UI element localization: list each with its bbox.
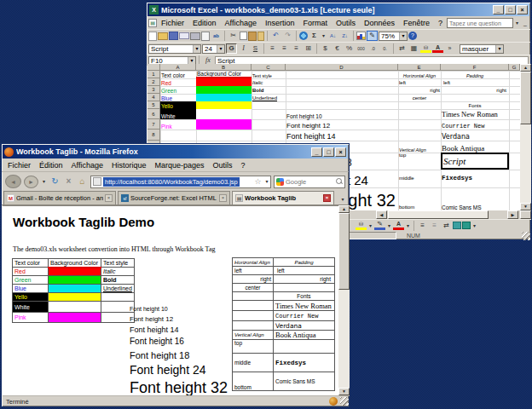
col-header-b[interactable]: B (196, 64, 252, 71)
tab-gmail[interactable]: M Gmail - Boîte de réception - anw... × (3, 191, 116, 204)
cell-b5[interactable] (196, 101, 252, 109)
cell-f11[interactable]: Fixedsys (441, 170, 509, 187)
vscroll-thumb[interactable] (520, 72, 531, 124)
scroll-up-icon[interactable]: ▲ (520, 64, 531, 72)
font-size-dropdown-icon[interactable]: ▾ (217, 45, 224, 53)
save-icon[interactable] (169, 32, 178, 40)
scroll-down-icon[interactable]: ▼ (338, 388, 350, 395)
cell-b2[interactable] (196, 78, 252, 86)
menu-edition[interactable]: Edition (188, 18, 221, 28)
cell-b3[interactable] (196, 86, 252, 94)
print-preview-icon[interactable] (201, 32, 210, 41)
draw-fill-icon[interactable]: ⛁ (356, 222, 367, 230)
thousands-icon[interactable]: 000 (356, 43, 367, 54)
url-text[interactable]: http://localhost:8080/WorkbookTag/demo03… (103, 177, 240, 187)
font-name-combo[interactable]: Script ▾ (148, 44, 201, 54)
align-right-icon[interactable]: ≡ (291, 43, 302, 54)
cell-f10-selected[interactable]: Script (441, 153, 509, 170)
line-style-icon[interactable]: ≡ (417, 221, 428, 231)
url-bar[interactable]: http://localhost:8080/WorkbookTag/demo03… (90, 176, 271, 188)
search-bar[interactable] (274, 176, 345, 188)
zoom-combo[interactable]: 75% ▾ (379, 32, 408, 41)
italic-button[interactable]: I (238, 43, 249, 54)
percent-icon[interactable]: % (344, 43, 355, 54)
excel-titlebar[interactable]: X Microsoft Excel - workbooks_demo03-1.x… (147, 3, 529, 16)
cell-f7[interactable]: Courrier New (441, 119, 509, 130)
font-color-icon[interactable]: A (432, 44, 443, 53)
menu-outils[interactable]: Outils (209, 160, 237, 170)
draw-fontcolor-icon[interactable]: A (393, 222, 404, 230)
status-addon-icon[interactable] (329, 397, 338, 406)
menu-fichier[interactable]: Fichier (157, 18, 188, 28)
question-dropdown-icon[interactable]: ▾ (513, 18, 521, 28)
cell-c3[interactable]: Bold (252, 86, 286, 94)
excel-resize-grip[interactable] (522, 232, 530, 240)
row-header-2[interactable]: 2 (147, 78, 160, 86)
sort-desc-icon[interactable]: Z↓ (339, 31, 350, 41)
vscroll-thumb[interactable] (338, 213, 350, 290)
shape-3d-icon[interactable] (462, 222, 471, 229)
cell-c2[interactable]: Italic (252, 78, 286, 86)
tab-sourceforge[interactable]: sf SourceForge.net: Excel HTML E... × (118, 191, 230, 204)
minimize-button[interactable]: _ (493, 5, 504, 14)
borders-icon[interactable]: ▦ (408, 43, 419, 54)
arrow-style-icon[interactable]: ⇄ (441, 221, 452, 231)
zoom-dropdown-icon[interactable]: ▾ (399, 32, 407, 40)
redo-icon[interactable]: ↷ (282, 31, 293, 41)
menu-historique[interactable]: Historique (107, 160, 151, 170)
home-icon[interactable]: ⌂ (77, 176, 88, 187)
cell-c4[interactable]: Underlined (252, 94, 286, 101)
menu-affichage[interactable]: Affichage (67, 160, 107, 170)
tab-close-icon[interactable]: × (219, 194, 227, 202)
select-all-corner[interactable] (147, 64, 160, 71)
align-center-icon[interactable]: ≡ (279, 43, 290, 54)
cell-a7[interactable]: Pink (160, 119, 196, 130)
print-icon[interactable] (190, 32, 200, 40)
menu-format[interactable]: Format (298, 18, 332, 28)
masquer-dropdown-icon[interactable]: ▾ (495, 45, 503, 53)
cell-f5[interactable]: Fonts (441, 101, 509, 109)
scroll-up-icon[interactable]: ▲ (338, 205, 350, 213)
row-header-4[interactable]: 4 (147, 94, 160, 101)
url-dropdown-icon[interactable]: ▾ (263, 176, 270, 187)
col-header-g[interactable]: G (509, 64, 520, 71)
col-header-e[interactable]: E (398, 64, 441, 71)
cell-c1[interactable]: Text style (252, 71, 286, 78)
euro-icon[interactable]: € (332, 43, 343, 54)
cell-f8[interactable]: Verdana (441, 130, 509, 141)
scroll-right-icon[interactable]: ▶ (507, 210, 518, 219)
currency-icon[interactable]: $ (320, 43, 331, 54)
firefox-vscrollbar[interactable]: ▲ ▼ (338, 205, 350, 395)
chart-wizard-icon[interactable] (356, 32, 366, 40)
cell-f9[interactable]: Book Antiqua (441, 141, 509, 153)
cell-e1[interactable]: Horizontal Align (398, 71, 441, 78)
col-header-a[interactable]: A (160, 64, 196, 71)
history-dropdown-icon[interactable]: ▾ (41, 176, 47, 187)
draw-fill-dropdown-icon[interactable]: ▾ (367, 221, 373, 231)
maximize-button[interactable]: □ (323, 147, 334, 157)
cell-a4[interactable]: Blue (160, 94, 196, 101)
menu-fichier[interactable]: Fichier (3, 160, 35, 170)
spelling-icon[interactable]: ab (211, 31, 222, 41)
shape-fill-icon[interactable] (453, 222, 461, 229)
tab-close-icon[interactable]: × (323, 194, 331, 202)
underline-button[interactable]: S (250, 43, 261, 54)
scroll-left-icon[interactable]: ◀ (376, 210, 387, 219)
col-header-c[interactable]: C (252, 64, 286, 71)
firefox-titlebar[interactable]: Workbook Taglib - Mozilla Firefox _ □ × (3, 145, 348, 158)
more-buttons-icon[interactable]: » (444, 43, 455, 54)
hscroll-thumb[interactable] (388, 210, 489, 219)
merge-center-icon[interactable]: ⊞ (303, 43, 314, 54)
font-name-dropdown-icon[interactable]: ▾ (193, 45, 200, 53)
draw-brush-icon[interactable]: ✎ (374, 222, 385, 230)
mail-icon[interactable] (179, 32, 189, 39)
sort-asc-icon[interactable]: A↓ (327, 31, 338, 41)
cell-a1[interactable]: Text color (160, 71, 196, 78)
restore-button[interactable]: □ (505, 5, 516, 14)
cell-b6[interactable] (196, 109, 252, 119)
tab-close-icon[interactable]: × (105, 194, 113, 202)
cell-a2[interactable]: Red (160, 78, 196, 86)
cut-icon[interactable]: ✂ (228, 31, 239, 41)
new-icon[interactable] (148, 32, 157, 41)
cell-e3[interactable]: right (398, 86, 441, 94)
